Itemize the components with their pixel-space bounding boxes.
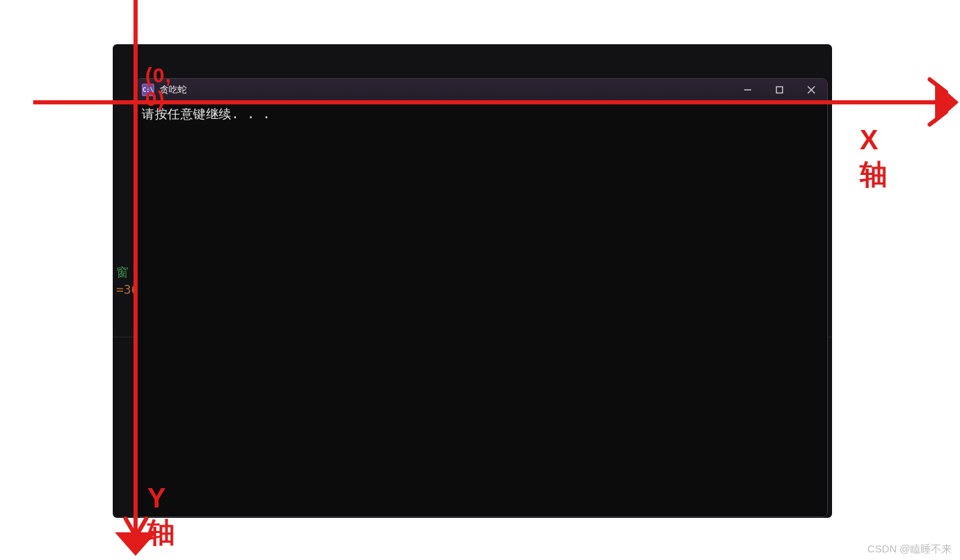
window-buttons bbox=[732, 79, 827, 101]
watermark: CSDN @瞌睡不来 bbox=[867, 543, 952, 556]
diagram-stage: 窗 =36 C:\ 贪吃蛇 请按任意键继续. . . bbox=[0, 0, 960, 560]
svg-rect-1 bbox=[777, 87, 783, 93]
x-axis-label: X轴 bbox=[860, 124, 887, 194]
app-icon: C:\ bbox=[142, 84, 154, 96]
y-axis-arrow-flare bbox=[122, 516, 138, 539]
titlebar[interactable]: C:\ 贪吃蛇 bbox=[136, 79, 827, 102]
console-window: C:\ 贪吃蛇 请按任意键继续. . . bbox=[136, 78, 828, 517]
window-title: 贪吃蛇 bbox=[160, 84, 187, 96]
editor-fragment-1: 窗 bbox=[116, 264, 129, 281]
maximize-button[interactable] bbox=[764, 79, 795, 101]
x-axis-arrow-flare bbox=[927, 109, 949, 128]
x-axis-arrowhead bbox=[935, 82, 959, 123]
minimize-icon bbox=[744, 86, 752, 94]
y-axis-arrow-flare bbox=[133, 516, 149, 539]
close-button[interactable] bbox=[795, 79, 827, 101]
x-axis-arrow-flare bbox=[927, 77, 949, 95]
y-axis-arrowhead bbox=[115, 532, 156, 556]
maximize-icon bbox=[775, 86, 784, 94]
console-output-line: 请按任意键继续. . . bbox=[142, 106, 270, 121]
console-body[interactable]: 请按任意键继续. . . bbox=[136, 102, 827, 516]
close-icon bbox=[807, 86, 815, 94]
minimize-button[interactable] bbox=[732, 79, 764, 101]
